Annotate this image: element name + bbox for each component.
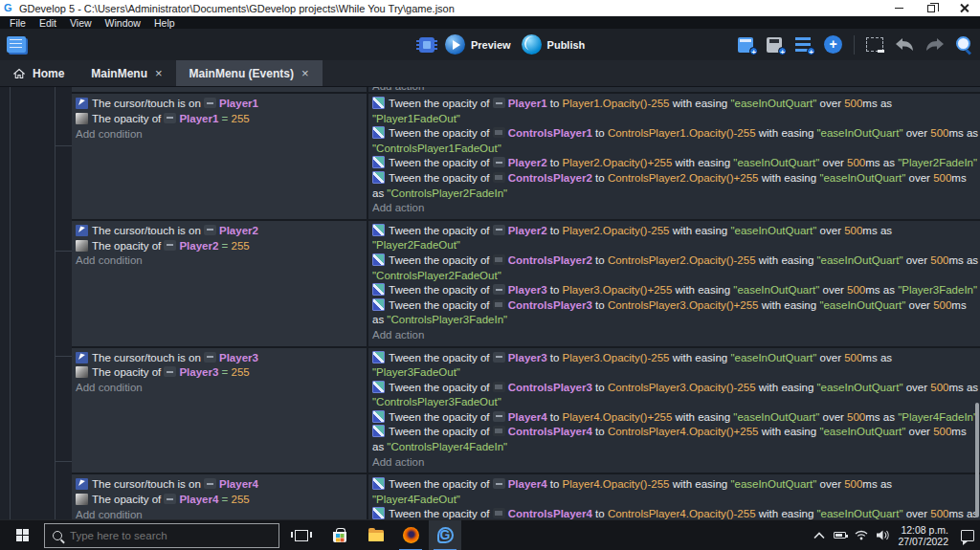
action-row[interactable]: Tween the opacity of ControlsPlayer3 to …	[372, 298, 980, 328]
event-text: Tween the opacity of	[389, 478, 493, 490]
opacity-icon	[76, 366, 88, 378]
restore-button[interactable]	[915, 0, 947, 16]
toggle-disabled-button[interactable]	[866, 37, 883, 52]
tab-mainmenu-events[interactable]: MainMenu (Events) ×	[176, 60, 323, 86]
action-row[interactable]: Tween the opacity of Player3 to Player3.…	[372, 351, 980, 381]
event-text: over	[902, 508, 930, 519]
condition-row[interactable]: The cursor/touch is on Player3	[76, 351, 363, 366]
condition-row[interactable]: The opacity of Player3 = 255	[76, 365, 363, 381]
condition-row[interactable]: The cursor/touch is on Player4	[76, 477, 363, 493]
tab-mainmenu-events-close-icon[interactable]: ×	[301, 66, 309, 80]
undo-button[interactable]	[895, 37, 914, 52]
search-events-button[interactable]	[956, 36, 972, 53]
actions-panel[interactable]: Tween the opacity of Player4 to Player4.…	[368, 474, 980, 520]
event-text: to	[547, 225, 563, 236]
vertical-scrollbar[interactable]	[975, 403, 979, 517]
minimize-button[interactable]	[882, 0, 915, 16]
event-text: over	[819, 411, 847, 423]
gdevelop-taskbar-button[interactable]: G	[429, 520, 461, 550]
taskbar-clock[interactable]: 12:08 p.m. 27/07/2022	[898, 524, 948, 547]
battery-icon[interactable]	[834, 532, 846, 539]
preview-label[interactable]: Preview	[471, 39, 511, 51]
menu-window[interactable]: Window	[105, 17, 141, 29]
action-row[interactable]: Tween the opacity of Player3 to Player3.…	[372, 283, 980, 298]
tab-mainmenu-close-icon[interactable]: ×	[155, 66, 163, 80]
search-input[interactable]	[70, 530, 271, 541]
event-row[interactable]: The cursor/touch is on Player4The opacit…	[72, 474, 980, 520]
event-text: The cursor/touch is on	[92, 352, 204, 363]
firefox-button[interactable]	[394, 520, 427, 550]
add-condition-link[interactable]: Add condition	[76, 253, 363, 269]
action-row[interactable]: Tween the opacity of Player4 to Player4.…	[372, 477, 980, 507]
tween-icon	[372, 253, 385, 266]
add-action-link[interactable]: Add action	[372, 87, 980, 92]
conditions-panel[interactable]: The cursor/touch is on Player4The opacit…	[72, 474, 367, 520]
action-row[interactable]: Tween the opacity of ControlsPlayer4 to …	[372, 425, 980, 454]
object-name: Player3	[219, 352, 258, 363]
close-button[interactable]	[947, 0, 980, 16]
conditions-panel[interactable]: The cursor/touch is on Player2The opacit…	[72, 221, 367, 346]
add-condition-link[interactable]: Add condition	[76, 381, 363, 396]
action-row[interactable]: Tween the opacity of ControlsPlayer3 to …	[372, 381, 980, 410]
action-row[interactable]: Tween the opacity of Player1 to Player1.…	[372, 97, 980, 126]
redo-button[interactable]	[925, 37, 945, 52]
event-row[interactable]: The cursor/touch is on Player3The opacit…	[72, 348, 980, 473]
tray-chevron-icon[interactable]	[813, 532, 825, 539]
action-row[interactable]: Tween the opacity of ControlsPlayer2 to …	[372, 253, 980, 283]
project-manager-icon[interactable]	[7, 36, 26, 53]
condition-row[interactable]: The opacity of Player2 = 255	[76, 239, 363, 254]
tab-home[interactable]: Home	[0, 60, 78, 86]
add-action-link[interactable]: Add action	[372, 328, 980, 343]
action-row[interactable]: Tween the opacity of ControlsPlayer1 to …	[372, 126, 980, 156]
action-row[interactable]: Tween the opacity of ControlsPlayer4 to …	[372, 507, 980, 520]
action-row[interactable]: Tween the opacity of ControlsPlayer2 to …	[372, 171, 980, 201]
debug-icon[interactable]	[419, 37, 434, 53]
duration-value: 500	[847, 157, 865, 168]
start-button[interactable]	[0, 520, 44, 550]
add-more-events-button[interactable]: +	[824, 35, 842, 54]
menu-view[interactable]: View	[70, 17, 92, 29]
event-row[interactable]: The cursor/touch is on Player1The opacit…	[72, 94, 980, 219]
tab-mainmenu[interactable]: MainMenu ×	[78, 60, 175, 86]
add-action-link[interactable]: Add action	[372, 201, 980, 216]
publish-label[interactable]: Publish	[547, 39, 586, 51]
add-comment-button[interactable]: +	[795, 37, 813, 53]
event-text: to	[592, 172, 608, 184]
condition-row[interactable]: The cursor/touch is on Player2	[76, 224, 363, 239]
condition-row[interactable]: The opacity of Player4 = 255	[76, 493, 363, 508]
event-text: to	[592, 299, 608, 311]
event-row[interactable]: The cursor/touch is on Player2The opacit…	[72, 221, 980, 346]
add-condition-link[interactable]: Add condition	[76, 127, 363, 143]
tween-icon	[372, 410, 385, 423]
object-thumbnail-icon	[164, 366, 176, 377]
taskbar-search[interactable]	[44, 523, 279, 548]
preview-button[interactable]	[445, 34, 465, 55]
duration-value: 500	[844, 225, 862, 236]
add-subevent-button[interactable]: +	[767, 37, 784, 53]
task-view-button[interactable]	[285, 520, 318, 550]
conditions-panel[interactable]: The cursor/touch is on Player3The opacit…	[72, 348, 367, 473]
event-text: ms as	[948, 127, 978, 139]
file-explorer-button[interactable]	[360, 520, 392, 550]
volume-icon[interactable]	[877, 530, 889, 540]
actions-panel[interactable]: Tween the opacity of Player1 to Player1.…	[368, 94, 980, 219]
wifi-icon[interactable]	[855, 530, 868, 540]
action-row[interactable]: Tween the opacity of Player4 to Player4.…	[372, 410, 980, 426]
menu-help[interactable]: Help	[154, 17, 175, 29]
store-button[interactable]	[323, 520, 356, 550]
object-name: Player3	[179, 366, 218, 378]
publish-button[interactable]	[522, 34, 542, 55]
action-row[interactable]: Tween the opacity of Player2 to Player2.…	[372, 224, 980, 253]
actions-panel[interactable]: Tween the opacity of Player3 to Player3.…	[368, 348, 980, 473]
menu-file[interactable]: File	[10, 17, 26, 29]
menu-edit[interactable]: Edit	[39, 17, 56, 29]
action-row[interactable]: Tween the opacity of Player2 to Player2.…	[372, 156, 980, 171]
action-center-icon[interactable]	[961, 530, 974, 541]
add-action-link[interactable]: Add action	[372, 455, 980, 471]
conditions-panel[interactable]: The cursor/touch is on Player1The opacit…	[72, 94, 367, 219]
condition-row[interactable]: The opacity of Player1 = 255	[76, 112, 363, 127]
actions-panel[interactable]: Tween the opacity of Player2 to Player2.…	[368, 221, 980, 346]
condition-row[interactable]: The cursor/touch is on Player1	[76, 97, 363, 112]
event-text: to	[547, 157, 563, 168]
add-event-button[interactable]: +	[738, 37, 755, 53]
